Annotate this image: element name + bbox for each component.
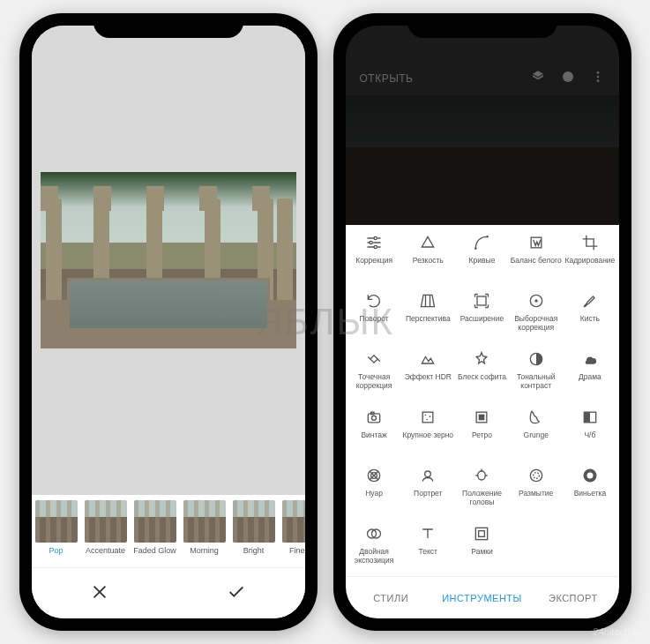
info-icon[interactable] [561, 70, 575, 86]
tool-vignette[interactable]: Виньетка [563, 463, 616, 518]
device-notch [407, 13, 557, 38]
check-icon [227, 582, 246, 602]
tool-label: Винтаж [361, 431, 386, 439]
svg-point-7 [475, 247, 478, 250]
tool-glamour[interactable]: Блеск софита [455, 347, 509, 401]
tool-tonal[interactable]: Тональный контраст [509, 347, 563, 401]
filter-fine-art[interactable]: Fine Art [279, 500, 305, 555]
tool-details[interactable]: Резкость [401, 230, 455, 285]
svg-point-0 [563, 71, 573, 82]
tool-label: Кадрирование [564, 257, 615, 265]
tab-tools[interactable]: ИНСТРУМЕНТЫ [437, 577, 527, 618]
tab-export[interactable]: ЭКСПОРТ [527, 577, 618, 618]
heal-icon [365, 350, 383, 373]
svg-rect-24 [584, 412, 590, 423]
tool-label: Портрет [414, 490, 442, 498]
svg-point-4 [374, 236, 377, 239]
tool-bw[interactable]: Ч/б [563, 405, 616, 460]
tool-label: Кисть [580, 315, 600, 323]
svg-rect-17 [422, 412, 433, 423]
filter-label: Faded Glow [133, 546, 176, 555]
tool-curves[interactable]: Кривые [455, 230, 509, 285]
headpose-icon [473, 467, 490, 490]
filter-accentuate[interactable]: Accentuate [81, 500, 131, 555]
tool-noir[interactable]: Нуар [347, 463, 401, 518]
tool-heal[interactable]: Точечная коррекция [347, 347, 401, 401]
tab-styles[interactable]: СТИЛИ [346, 577, 437, 618]
tool-radial[interactable]: Выборочная коррекция [509, 288, 563, 343]
perspective-icon [419, 292, 437, 315]
crop-icon [581, 234, 599, 257]
retro-icon [473, 408, 490, 431]
filter-thumbnail [282, 500, 305, 543]
tool-wb[interactable]: Баланс белого [509, 230, 563, 285]
svg-point-5 [370, 241, 372, 243]
tool-label: Эффект HDR [405, 373, 452, 381]
tool-retro[interactable]: Ретро [455, 405, 509, 460]
tool-brush[interactable]: Кисть [563, 288, 616, 343]
tool-frames[interactable]: Рамки [455, 521, 509, 576]
tool-label: Тональный контраст [509, 373, 563, 390]
tool-vintage[interactable]: Винтаж [347, 405, 401, 460]
open-button[interactable]: ОТКРЫТЬ [360, 72, 414, 85]
tool-label: Ретро [472, 431, 492, 439]
filter-thumbnail [35, 500, 78, 543]
tool-grain[interactable]: Крупное зерно [401, 405, 455, 460]
tool-hdr[interactable]: Эффект HDR [401, 347, 455, 401]
svg-point-20 [427, 419, 429, 421]
tool-label: Коррекция [355, 257, 392, 265]
tune-icon [365, 234, 383, 257]
tool-portrait[interactable]: Портрет [401, 463, 455, 518]
filter-strip[interactable]: Pop Accentuate Faded Glow Morning Bright [32, 495, 305, 567]
blur-icon [527, 467, 545, 490]
filter-thumbnail [134, 500, 176, 543]
tool-grunge[interactable]: Grunge [509, 405, 563, 460]
filter-label: Bright [243, 546, 265, 555]
glamour-icon [473, 350, 490, 373]
filter-faded-glow[interactable]: Faded Glow [131, 500, 180, 555]
tool-label: Расширение [460, 315, 504, 323]
more-icon[interactable] [591, 70, 605, 86]
filter-pop[interactable]: Pop [32, 500, 81, 555]
svg-point-3 [596, 79, 599, 82]
tool-crop[interactable]: Кадрирование [563, 230, 616, 285]
filter-bright[interactable]: Bright [229, 500, 279, 555]
tool-expand[interactable]: Расширение [455, 288, 509, 343]
portrait-icon [419, 467, 437, 490]
tool-double[interactable]: Двойная экспозиция [347, 521, 401, 576]
dimmed-photo [346, 95, 619, 225]
bottom-tabs: СТИЛИ ИНСТРУМЕНТЫ ЭКСПОРТ [346, 576, 619, 618]
tools-panel: КоррекцияРезкостьКривыеБаланс белогоКадр… [346, 225, 619, 618]
svg-point-19 [430, 416, 431, 417]
apply-button[interactable] [227, 582, 246, 605]
svg-rect-10 [477, 296, 486, 305]
tool-tune[interactable]: Коррекция [347, 230, 401, 285]
svg-point-1 [596, 71, 599, 74]
tool-headpose[interactable]: Положение головы [455, 463, 509, 518]
layers-icon[interactable] [531, 70, 545, 86]
filter-morning[interactable]: Morning [180, 500, 229, 555]
tool-drama[interactable]: Драма [563, 347, 616, 401]
filter-label: Morning [190, 546, 219, 555]
drama-icon [581, 350, 599, 373]
image-canvas[interactable] [32, 26, 305, 495]
tool-text[interactable]: Текст [401, 521, 455, 576]
vignette-icon [581, 467, 599, 490]
filter-label: Fine Art [289, 546, 305, 555]
svg-rect-36 [479, 531, 485, 537]
hdr-icon [419, 350, 437, 373]
svg-rect-35 [476, 528, 488, 539]
svg-point-18 [425, 415, 427, 416]
tool-blur[interactable]: Размытие [509, 463, 563, 518]
tool-rotate[interactable]: Поворот [347, 288, 401, 343]
cancel-button[interactable] [90, 582, 109, 605]
noir-icon [365, 467, 383, 490]
filter-label: Pop [49, 546, 63, 555]
double-icon [365, 525, 383, 548]
tool-perspective[interactable]: Перспектива [401, 288, 455, 343]
tools-grid: КоррекцияРезкостьКривыеБаланс белогоКадр… [346, 225, 619, 576]
wb-icon [527, 234, 545, 257]
tool-label: Выборочная коррекция [509, 315, 563, 332]
filter-thumbnail [233, 500, 275, 543]
phone-left: Pop Accentuate Faded Glow Morning Bright [19, 13, 318, 631]
